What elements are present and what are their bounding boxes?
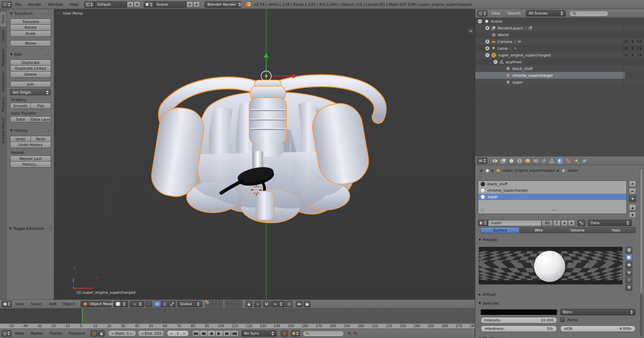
arrow-right-icon[interactable]: ▶ xyxy=(163,332,165,335)
outliner-row-material-black-stuff[interactable]: black_stuff xyxy=(475,65,644,72)
outliner-row-material-chrome-supercharger[interactable]: chrome_supercharger xyxy=(475,72,625,79)
breadcrumb-material[interactable]: super xyxy=(568,168,578,173)
outliner-row-mesh-data[interactable]: − ayylmao xyxy=(475,58,644,65)
collapse-icon[interactable]: − xyxy=(478,19,482,23)
material-name-field[interactable]: super xyxy=(488,220,542,226)
selectable-toggle[interactable] xyxy=(629,53,636,57)
collapse-icon[interactable]: − xyxy=(493,60,498,64)
delete-button[interactable]: Delete xyxy=(10,72,51,78)
repeat-history-button[interactable]: History... xyxy=(10,162,51,168)
hide-toggle[interactable] xyxy=(623,53,629,57)
lock-time-cursor-button[interactable] xyxy=(98,330,105,337)
properties-scrollbar[interactable] xyxy=(640,168,643,337)
tab-relations[interactable]: Relations xyxy=(0,46,6,69)
panel-header-transform[interactable]: ▼Transform:::: xyxy=(10,11,51,16)
editor-type-selector-info[interactable] xyxy=(2,1,12,8)
undo-history-button[interactable]: Undo History xyxy=(10,142,51,148)
material-browse-button[interactable] xyxy=(478,220,488,226)
tab-create[interactable]: Create xyxy=(0,27,6,45)
timeline-ruler[interactable]: -50-40-30-20-100102030405060708090100110… xyxy=(0,323,475,329)
region-grip-icon[interactable]: :::: xyxy=(57,11,63,15)
outliner-row-lamp[interactable]: + Lamp | xyxy=(475,45,644,52)
expand-icon[interactable]: + xyxy=(485,46,489,50)
hide-toggle[interactable] xyxy=(623,40,629,44)
preview-sphere-button[interactable] xyxy=(625,254,632,261)
layers-widget[interactable] xyxy=(206,300,242,308)
insert-keyframe-button[interactable] xyxy=(347,330,353,337)
arrow-right-icon[interactable]: ▶ xyxy=(183,332,185,335)
previous-keyframe-button[interactable] xyxy=(200,330,208,337)
tab-tools[interactable]: Tools xyxy=(0,12,6,26)
arrow-right-icon[interactable]: ▶ xyxy=(552,327,554,330)
shade-flat-button[interactable]: Flat xyxy=(31,103,51,109)
menu-playback[interactable]: Playback xyxy=(65,331,88,336)
layers-group-2[interactable] xyxy=(225,300,242,308)
delete-keyframe-button[interactable] xyxy=(353,330,359,337)
outliner-row-camera[interactable]: + Camera | xyxy=(475,38,644,45)
panel-header-specular[interactable]: ▼Specular:::: xyxy=(479,300,636,306)
layers-group-1[interactable] xyxy=(206,300,223,308)
move-slot-down-button[interactable]: ▼ xyxy=(629,212,636,218)
tab-grease-pencil[interactable]: Grease Pencil xyxy=(0,115,6,146)
tab-scene[interactable] xyxy=(508,157,515,164)
panel-header-toggle-editmode[interactable]: ▼Toggle Editmode:::: xyxy=(9,226,52,231)
arrow-right-icon[interactable]: ▶ xyxy=(130,332,132,335)
tab-object[interactable] xyxy=(524,157,531,164)
show-nodes-button[interactable] xyxy=(577,220,585,226)
snap-target-button[interactable] xyxy=(286,301,293,307)
tab-texture[interactable] xyxy=(565,157,572,164)
mode-select[interactable]: Object Mode xyxy=(80,301,112,307)
hide-toggle[interactable] xyxy=(623,46,629,50)
mirror-button[interactable]: Mirror xyxy=(10,40,51,46)
keying-set-field[interactable] xyxy=(303,331,344,337)
specular-intensity-slider[interactable]: Intensity:10.000 xyxy=(481,317,557,323)
menu-render[interactable]: Render xyxy=(25,2,45,7)
remove-material-slot-button[interactable] xyxy=(629,188,636,195)
tab-physics[interactable]: Physics xyxy=(0,95,6,114)
timeline-canvas[interactable] xyxy=(0,309,475,323)
expand-icon[interactable]: + xyxy=(485,26,489,30)
material-icon[interactable] xyxy=(562,169,566,173)
audio-sync-select[interactable]: No Sync xyxy=(242,330,277,337)
play-reverse-button[interactable] xyxy=(208,330,215,337)
preview-sky-button[interactable] xyxy=(625,284,632,291)
arrow-right-icon[interactable]: ▶ xyxy=(630,327,632,330)
pin-icon[interactable] xyxy=(479,169,483,173)
proportional-edit-button[interactable] xyxy=(254,301,261,307)
snap-element-select[interactable] xyxy=(271,301,285,307)
menu-select[interactable]: Select xyxy=(27,302,46,306)
set-origin-dropdown[interactable]: Set Origin xyxy=(10,89,51,95)
selectable-toggle[interactable] xyxy=(629,40,636,44)
scale-button[interactable]: Scale xyxy=(10,31,51,37)
play-button[interactable] xyxy=(215,330,223,337)
delete-screen-layout-button[interactable] xyxy=(134,1,140,7)
render-toggle[interactable] xyxy=(636,46,643,50)
material-specials-button[interactable]: ▼ xyxy=(629,195,636,202)
add-screen-layout-button[interactable] xyxy=(127,1,134,7)
manipulator-rotate-button[interactable] xyxy=(161,301,168,307)
keying-set-input[interactable] xyxy=(311,331,338,336)
object-icon[interactable] xyxy=(496,169,500,173)
outliner-row-object[interactable]: − ▽ super_engine_supercharged xyxy=(475,52,644,58)
transform-orientation-select[interactable]: Global xyxy=(177,301,202,307)
end-frame-field[interactable]: ◀End:250▶ xyxy=(138,330,165,337)
arrow-left-icon[interactable]: ◀ xyxy=(141,332,143,335)
render-image-button[interactable] xyxy=(296,301,303,307)
auto-keyframe-button[interactable] xyxy=(291,330,300,337)
rotate-button[interactable]: Rotate xyxy=(10,25,51,31)
outliner-row-material-super[interactable]: super xyxy=(475,79,644,86)
panel-header-preview[interactable]: ▼Preview:::: xyxy=(479,237,636,242)
editor-type-selector-properties[interactable] xyxy=(477,158,487,164)
type-surface-button[interactable]: Surface xyxy=(481,227,520,233)
tab-physics[interactable] xyxy=(581,157,588,164)
tab-object-data[interactable] xyxy=(548,157,555,164)
transfer-data-button[interactable]: Data xyxy=(10,116,31,122)
manipulator-scale-button[interactable] xyxy=(168,301,176,307)
render-animation-button[interactable] xyxy=(304,301,310,307)
type-volume-button[interactable]: Volume xyxy=(558,227,597,233)
render-toggle[interactable] xyxy=(636,40,643,44)
arrow-left-icon[interactable]: ◀ xyxy=(112,332,114,335)
scene-icon-button[interactable] xyxy=(144,1,154,8)
repeat-last-button[interactable]: Repeat Last xyxy=(10,155,51,162)
add-scene-button[interactable] xyxy=(186,1,193,7)
